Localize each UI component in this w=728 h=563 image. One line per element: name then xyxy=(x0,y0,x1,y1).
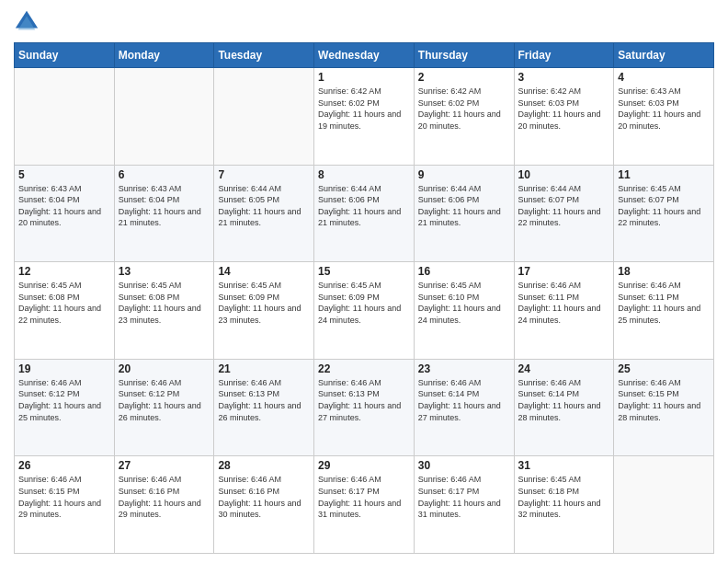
day-info: Sunrise: 6:46 AM Sunset: 6:15 PM Dayligh… xyxy=(18,474,110,520)
calendar-cell: 14Sunrise: 6:45 AM Sunset: 6:09 PM Dayli… xyxy=(214,262,314,360)
day-info: Sunrise: 6:46 AM Sunset: 6:11 PM Dayligh… xyxy=(618,280,710,326)
logo xyxy=(14,9,43,35)
calendar-cell: 16Sunrise: 6:45 AM Sunset: 6:10 PM Dayli… xyxy=(414,262,514,360)
calendar-week-row: 26Sunrise: 6:46 AM Sunset: 6:15 PM Dayli… xyxy=(15,456,714,554)
calendar-cell: 31Sunrise: 6:45 AM Sunset: 6:18 PM Dayli… xyxy=(514,456,614,554)
day-info: Sunrise: 6:46 AM Sunset: 6:14 PM Dayligh… xyxy=(418,377,510,423)
calendar-cell: 28Sunrise: 6:46 AM Sunset: 6:16 PM Dayli… xyxy=(214,456,314,554)
day-number: 21 xyxy=(218,362,310,375)
day-number: 24 xyxy=(518,362,610,375)
day-info: Sunrise: 6:46 AM Sunset: 6:14 PM Dayligh… xyxy=(518,377,610,423)
day-info: Sunrise: 6:42 AM Sunset: 6:03 PM Dayligh… xyxy=(518,86,610,132)
calendar-header-saturday: Saturday xyxy=(614,43,714,68)
day-number: 19 xyxy=(18,362,110,375)
day-info: Sunrise: 6:42 AM Sunset: 6:02 PM Dayligh… xyxy=(418,86,510,132)
day-number: 23 xyxy=(418,362,510,375)
day-number: 30 xyxy=(418,459,510,472)
calendar-cell: 8Sunrise: 6:44 AM Sunset: 6:06 PM Daylig… xyxy=(314,165,415,262)
header xyxy=(14,9,714,35)
day-info: Sunrise: 6:43 AM Sunset: 6:03 PM Dayligh… xyxy=(618,86,710,132)
page: SundayMondayTuesdayWednesdayThursdayFrid… xyxy=(0,0,728,563)
calendar-cell xyxy=(114,68,214,166)
day-number: 25 xyxy=(618,362,710,375)
calendar-cell: 26Sunrise: 6:46 AM Sunset: 6:15 PM Dayli… xyxy=(15,456,115,554)
day-info: Sunrise: 6:46 AM Sunset: 6:12 PM Dayligh… xyxy=(119,377,210,423)
day-number: 11 xyxy=(618,168,710,181)
day-number: 5 xyxy=(18,168,110,181)
calendar-week-row: 1Sunrise: 6:42 AM Sunset: 6:02 PM Daylig… xyxy=(15,68,714,166)
day-info: Sunrise: 6:46 AM Sunset: 6:16 PM Dayligh… xyxy=(119,474,210,520)
calendar-cell: 1Sunrise: 6:42 AM Sunset: 6:02 PM Daylig… xyxy=(314,68,415,166)
calendar-week-row: 12Sunrise: 6:45 AM Sunset: 6:08 PM Dayli… xyxy=(15,262,714,360)
calendar-week-row: 19Sunrise: 6:46 AM Sunset: 6:12 PM Dayli… xyxy=(15,359,714,456)
day-number: 14 xyxy=(218,265,310,278)
calendar-cell: 4Sunrise: 6:43 AM Sunset: 6:03 PM Daylig… xyxy=(614,68,714,166)
calendar-cell: 11Sunrise: 6:45 AM Sunset: 6:07 PM Dayli… xyxy=(614,165,714,262)
day-info: Sunrise: 6:43 AM Sunset: 6:04 PM Dayligh… xyxy=(18,183,110,229)
day-info: Sunrise: 6:46 AM Sunset: 6:11 PM Dayligh… xyxy=(518,280,610,326)
day-info: Sunrise: 6:46 AM Sunset: 6:13 PM Dayligh… xyxy=(218,377,310,423)
day-number: 16 xyxy=(418,265,510,278)
day-info: Sunrise: 6:44 AM Sunset: 6:07 PM Dayligh… xyxy=(518,183,610,229)
calendar-cell: 17Sunrise: 6:46 AM Sunset: 6:11 PM Dayli… xyxy=(514,262,614,360)
day-info: Sunrise: 6:45 AM Sunset: 6:07 PM Dayligh… xyxy=(618,183,710,229)
logo-icon xyxy=(14,9,40,35)
day-number: 22 xyxy=(318,362,410,375)
calendar-cell: 29Sunrise: 6:46 AM Sunset: 6:17 PM Dayli… xyxy=(314,456,415,554)
calendar-cell: 7Sunrise: 6:44 AM Sunset: 6:05 PM Daylig… xyxy=(214,165,314,262)
day-info: Sunrise: 6:46 AM Sunset: 6:17 PM Dayligh… xyxy=(318,474,410,520)
day-number: 9 xyxy=(418,168,510,181)
day-info: Sunrise: 6:46 AM Sunset: 6:17 PM Dayligh… xyxy=(418,474,510,520)
calendar-cell: 12Sunrise: 6:45 AM Sunset: 6:08 PM Dayli… xyxy=(15,262,115,360)
day-info: Sunrise: 6:46 AM Sunset: 6:12 PM Dayligh… xyxy=(18,377,110,423)
calendar-cell: 19Sunrise: 6:46 AM Sunset: 6:12 PM Dayli… xyxy=(15,359,115,456)
day-number: 27 xyxy=(119,459,210,472)
day-number: 20 xyxy=(119,362,210,375)
calendar-cell: 30Sunrise: 6:46 AM Sunset: 6:17 PM Dayli… xyxy=(414,456,514,554)
calendar-cell: 23Sunrise: 6:46 AM Sunset: 6:14 PM Dayli… xyxy=(414,359,514,456)
day-number: 28 xyxy=(218,459,310,472)
calendar-cell: 22Sunrise: 6:46 AM Sunset: 6:13 PM Dayli… xyxy=(314,359,415,456)
calendar-header-tuesday: Tuesday xyxy=(214,43,314,68)
day-info: Sunrise: 6:46 AM Sunset: 6:13 PM Dayligh… xyxy=(318,377,410,423)
day-info: Sunrise: 6:44 AM Sunset: 6:06 PM Dayligh… xyxy=(418,183,510,229)
calendar-header-wednesday: Wednesday xyxy=(314,43,415,68)
day-number: 17 xyxy=(518,265,610,278)
day-info: Sunrise: 6:45 AM Sunset: 6:08 PM Dayligh… xyxy=(119,280,210,326)
day-number: 29 xyxy=(318,459,410,472)
day-number: 6 xyxy=(119,168,210,181)
day-number: 1 xyxy=(318,71,410,84)
calendar-cell: 5Sunrise: 6:43 AM Sunset: 6:04 PM Daylig… xyxy=(15,165,115,262)
calendar-cell xyxy=(214,68,314,166)
calendar-cell: 18Sunrise: 6:46 AM Sunset: 6:11 PM Dayli… xyxy=(614,262,714,360)
day-number: 26 xyxy=(18,459,110,472)
day-info: Sunrise: 6:45 AM Sunset: 6:18 PM Dayligh… xyxy=(518,474,610,520)
calendar-week-row: 5Sunrise: 6:43 AM Sunset: 6:04 PM Daylig… xyxy=(15,165,714,262)
day-number: 15 xyxy=(318,265,410,278)
day-info: Sunrise: 6:45 AM Sunset: 6:08 PM Dayligh… xyxy=(18,280,110,326)
calendar-cell: 3Sunrise: 6:42 AM Sunset: 6:03 PM Daylig… xyxy=(514,68,614,166)
day-info: Sunrise: 6:45 AM Sunset: 6:09 PM Dayligh… xyxy=(218,280,310,326)
calendar-cell: 6Sunrise: 6:43 AM Sunset: 6:04 PM Daylig… xyxy=(114,165,214,262)
day-number: 31 xyxy=(518,459,610,472)
day-number: 18 xyxy=(618,265,710,278)
day-info: Sunrise: 6:44 AM Sunset: 6:06 PM Dayligh… xyxy=(318,183,410,229)
calendar-header-sunday: Sunday xyxy=(15,43,115,68)
calendar-cell xyxy=(614,456,714,554)
calendar-cell: 2Sunrise: 6:42 AM Sunset: 6:02 PM Daylig… xyxy=(414,68,514,166)
calendar-cell: 9Sunrise: 6:44 AM Sunset: 6:06 PM Daylig… xyxy=(414,165,514,262)
calendar-header-monday: Monday xyxy=(114,43,214,68)
day-number: 2 xyxy=(418,71,510,84)
calendar-header-thursday: Thursday xyxy=(414,43,514,68)
day-info: Sunrise: 6:46 AM Sunset: 6:16 PM Dayligh… xyxy=(218,474,310,520)
calendar-header-friday: Friday xyxy=(514,43,614,68)
calendar-cell: 21Sunrise: 6:46 AM Sunset: 6:13 PM Dayli… xyxy=(214,359,314,456)
calendar-cell xyxy=(15,68,115,166)
calendar-cell: 25Sunrise: 6:46 AM Sunset: 6:15 PM Dayli… xyxy=(614,359,714,456)
day-info: Sunrise: 6:42 AM Sunset: 6:02 PM Dayligh… xyxy=(318,86,410,132)
calendar-cell: 20Sunrise: 6:46 AM Sunset: 6:12 PM Dayli… xyxy=(114,359,214,456)
day-number: 10 xyxy=(518,168,610,181)
day-number: 3 xyxy=(518,71,610,84)
calendar-cell: 10Sunrise: 6:44 AM Sunset: 6:07 PM Dayli… xyxy=(514,165,614,262)
calendar-cell: 27Sunrise: 6:46 AM Sunset: 6:16 PM Dayli… xyxy=(114,456,214,554)
